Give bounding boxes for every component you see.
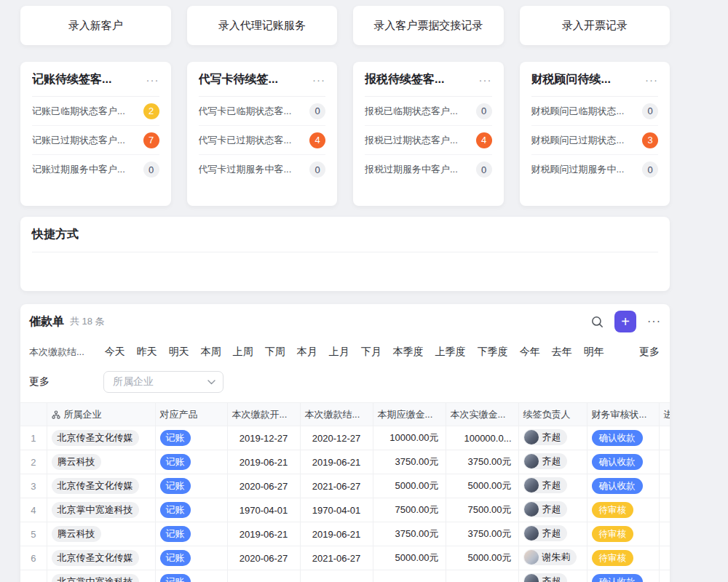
company-tag[interactable]: 北京传圣文化传媒	[52, 430, 139, 446]
filter-chip-next-year[interactable]: 明年	[584, 346, 604, 359]
company-tag[interactable]: 北京掌中宽途科技	[52, 574, 139, 582]
column-header-company[interactable]: 所属企业	[47, 403, 155, 426]
amount-paid-cell[interactable]: 3750.00元	[446, 450, 518, 474]
amount-paid-cell[interactable]: 5000.00元	[446, 474, 518, 498]
filter-chip-this-week[interactable]: 本周	[201, 346, 221, 359]
start-date-cell[interactable]: 2019-06-21	[227, 522, 300, 546]
person-tag[interactable]: 齐超	[523, 573, 567, 582]
company-tag[interactable]: 北京掌中宽途科技	[52, 502, 139, 518]
status-badge[interactable]: 待审核	[592, 526, 634, 542]
start-date-cell[interactable]: 2020-06-27	[227, 474, 300, 498]
company-tag[interactable]: 北京传圣文化传媒	[52, 550, 139, 566]
filter-more-button[interactable]: 更多	[639, 346, 660, 359]
start-date-cell[interactable]: 2020-06-27	[227, 546, 300, 570]
table-row[interactable]: 4 北京掌中宽途科技 记账 1970-04-01 1970-04-01 7500…	[20, 498, 670, 522]
filter-chip-last-month[interactable]: 上月	[329, 346, 349, 359]
filter-chip-this-month[interactable]: 本月	[297, 346, 317, 359]
status-badge[interactable]: 确认收款	[592, 454, 643, 470]
stat-item[interactable]: 财税顾问已过期状态... 3	[531, 126, 659, 155]
filter-field-label[interactable]: 本次缴款结...	[29, 346, 84, 359]
amount-due-cell[interactable]: 3750.00元	[373, 450, 446, 474]
search-icon[interactable]	[591, 316, 604, 328]
amount-paid-cell[interactable]: 100000.0...	[446, 426, 518, 450]
more-menu-icon[interactable]: ···	[647, 315, 661, 328]
filter-chip-yesterday[interactable]: 昨天	[137, 346, 157, 359]
column-header-renewal-owner[interactable]: 续签负责人	[518, 403, 587, 426]
stat-item[interactable]: 代写卡过期服务中客... 0	[199, 155, 326, 184]
product-tag[interactable]: 记账	[160, 502, 191, 518]
filter-chip-tomorrow[interactable]: 明天	[169, 346, 189, 359]
filter-chip-this-year[interactable]: 今年	[520, 346, 540, 359]
stat-item[interactable]: 报税已过期状态客户... 4	[365, 126, 492, 155]
end-date-cell[interactable]: 2019-06-21	[300, 450, 373, 474]
filter-chip-last-week[interactable]: 上周	[233, 346, 253, 359]
start-date-cell[interactable]: 1970-04-01	[227, 498, 300, 522]
person-tag[interactable]: 齐超	[523, 429, 567, 445]
stat-item[interactable]: 财税顾问过期服务中... 0	[531, 155, 659, 184]
table-row[interactable]: 2 腾云科技 记账 2019-06-21 2019-06-21 3750.00元…	[20, 450, 670, 474]
amount-due-cell[interactable]: 3750.00元	[373, 522, 446, 546]
person-tag[interactable]: 齐超	[523, 453, 567, 469]
more-menu-icon[interactable]: ···	[312, 74, 325, 85]
stat-item[interactable]: 报税已临期状态客户... 0	[365, 97, 492, 126]
entry-bill-handover-button[interactable]: 录入客户票据交接记录	[353, 6, 504, 45]
product-tag[interactable]: 记账	[160, 430, 191, 446]
product-tag[interactable]: 记账	[160, 574, 191, 582]
column-header-start-date[interactable]: 本次缴款开...	[227, 403, 300, 426]
column-header-product[interactable]: 对应产品	[155, 403, 227, 426]
filter-chip-next-month[interactable]: 下月	[361, 346, 381, 359]
more-menu-icon[interactable]: ···	[479, 74, 492, 85]
stat-item[interactable]: 财税顾问已临期状态... 0	[531, 97, 659, 126]
column-header-amount-due[interactable]: 本期应缴金...	[373, 403, 446, 426]
amount-paid-cell[interactable]	[446, 570, 518, 582]
stat-item[interactable]: 记账已过期状态客户... 7	[32, 126, 159, 155]
end-date-cell[interactable]: 2020-12-27	[300, 426, 373, 450]
table-row[interactable]: 1 北京传圣文化传媒 记账 2019-12-27 2020-12-27 1000…	[20, 426, 670, 450]
person-tag[interactable]: 齐超	[523, 477, 567, 493]
table-row[interactable]: 5 腾云科技 记账 2019-06-21 2019-06-21 3750.00元…	[20, 522, 670, 546]
column-header-amount-paid[interactable]: 本次实缴金...	[446, 403, 518, 426]
amount-paid-cell[interactable]: 3750.00元	[446, 522, 518, 546]
person-tag[interactable]: 齐超	[523, 501, 567, 517]
person-tag[interactable]: 齐超	[523, 525, 567, 541]
product-tag[interactable]: 记账	[160, 478, 191, 494]
table-row[interactable]: 北京掌中宽途科技 记账 齐超 确认收款	[20, 570, 670, 582]
end-date-cell[interactable]: 2021-06-27	[300, 546, 373, 570]
company-tag[interactable]: 北京传圣文化传媒	[52, 478, 139, 494]
end-date-cell[interactable]	[300, 570, 373, 582]
column-header-partial[interactable]: 进	[659, 403, 670, 426]
status-badge[interactable]: 确认收款	[592, 574, 643, 582]
stat-item[interactable]: 记账过期服务中客户... 0	[32, 155, 159, 184]
filter-chip-this-quarter[interactable]: 本季度	[393, 346, 424, 359]
more-filters-button[interactable]: 更多	[29, 375, 50, 388]
more-menu-icon[interactable]: ···	[146, 74, 159, 85]
company-tag[interactable]: 腾云科技	[52, 526, 101, 542]
product-tag[interactable]: 记账	[160, 454, 191, 470]
amount-due-cell[interactable]: 5000.00元	[373, 474, 446, 498]
amount-due-cell[interactable]: 10000.00元	[373, 426, 446, 450]
start-date-cell[interactable]: 2019-06-21	[227, 450, 300, 474]
end-date-cell[interactable]: 2021-06-27	[300, 474, 373, 498]
company-filter-dropdown[interactable]: 所属企业	[103, 371, 223, 393]
filter-chip-next-week[interactable]: 下周	[265, 346, 285, 359]
end-date-cell[interactable]: 1970-04-01	[300, 498, 373, 522]
amount-due-cell[interactable]: 5000.00元	[373, 546, 446, 570]
end-date-cell[interactable]: 2019-06-21	[300, 522, 373, 546]
table-row[interactable]: 6 北京传圣文化传媒 记账 2020-06-27 2021-06-27 5000…	[20, 546, 670, 570]
add-record-button[interactable]: +	[614, 311, 636, 332]
status-badge[interactable]: 确认收款	[592, 430, 643, 446]
status-badge[interactable]: 确认收款	[592, 478, 643, 494]
stat-item[interactable]: 代写卡已临期状态客... 0	[199, 97, 326, 126]
company-tag[interactable]: 腾云科技	[52, 454, 101, 470]
amount-due-cell[interactable]: 7500.00元	[373, 498, 446, 522]
filter-chip-last-year[interactable]: 去年	[552, 346, 572, 359]
amount-due-cell[interactable]	[373, 570, 446, 582]
product-tag[interactable]: 记账	[160, 526, 191, 542]
product-tag[interactable]: 记账	[160, 550, 191, 566]
table-row[interactable]: 3 北京传圣文化传媒 记账 2020-06-27 2021-06-27 5000…	[20, 474, 670, 498]
stat-item[interactable]: 记账已临期状态客户... 2	[32, 97, 159, 126]
start-date-cell[interactable]: 2019-12-27	[227, 426, 300, 450]
filter-chip-next-quarter[interactable]: 下季度	[478, 346, 508, 359]
status-badge[interactable]: 待审核	[592, 550, 634, 566]
filter-chip-today[interactable]: 今天	[105, 346, 125, 359]
